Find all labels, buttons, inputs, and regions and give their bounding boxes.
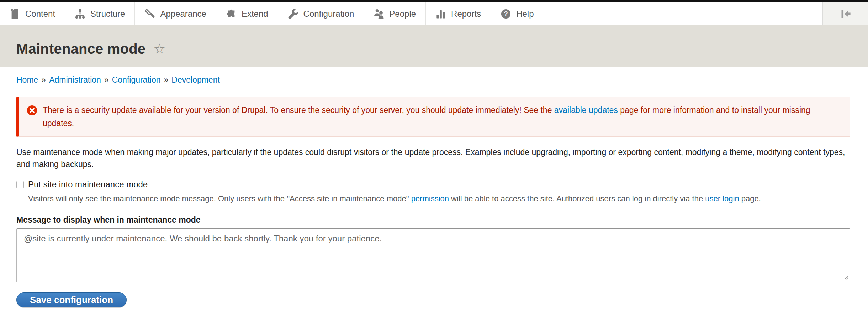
breadcrumb-separator: »: [164, 75, 169, 84]
toolbar-item-reports[interactable]: Reports: [426, 2, 491, 25]
save-configuration-button[interactable]: Save configuration: [16, 292, 127, 307]
error-text-before-link: There is a security update available for…: [43, 105, 554, 115]
breadcrumb-link-administration[interactable]: Administration: [49, 75, 101, 84]
toolbar-item-label: Reports: [451, 9, 481, 19]
admin-toolbar-tray: Content Structure Appearance Extend: [0, 2, 868, 25]
maintenance-mode-checkbox[interactable]: [16, 181, 24, 188]
toolbar-item-structure[interactable]: Structure: [65, 2, 135, 25]
collapse-left-icon: [840, 8, 852, 20]
toolbar-item-configuration[interactable]: Configuration: [278, 2, 364, 25]
breadcrumb-link-configuration[interactable]: Configuration: [112, 75, 161, 84]
help-icon: ?: [501, 9, 511, 19]
description-text: Visitors will only see the maintenance m…: [28, 194, 411, 203]
maintenance-mode-intro: Use maintenance mode when making major u…: [16, 146, 850, 170]
page-title: Maintenance mode: [16, 41, 145, 57]
breadcrumb-separator: »: [104, 75, 109, 84]
bar-chart-icon: [435, 9, 446, 19]
star-icon[interactable]: ☆: [153, 42, 165, 56]
toolbar-item-label: Configuration: [303, 9, 354, 19]
breadcrumb: Home»Administration»Configuration»Develo…: [16, 75, 850, 85]
breadcrumb-link-development[interactable]: Development: [171, 75, 220, 84]
maintenance-message-textarea[interactable]: @site is currently under maintenance. We…: [16, 228, 850, 282]
toolbar-spacer: [544, 2, 823, 25]
toolbar-item-help[interactable]: ? Help: [491, 2, 544, 25]
wrench-icon: [288, 9, 298, 19]
puzzle-icon: [226, 9, 237, 19]
maintenance-message-field: @site is currently under maintenance. We…: [16, 228, 850, 282]
textarea-resize-handle[interactable]: [842, 274, 848, 280]
maintenance-mode-description: Visitors will only see the maintenance m…: [28, 194, 850, 204]
breadcrumb-link-home[interactable]: Home: [16, 75, 38, 84]
toolbar-item-content[interactable]: Content: [0, 2, 65, 25]
main-content: Home»Administration»Configuration»Develo…: [0, 75, 868, 307]
available-updates-link[interactable]: available updates: [554, 105, 618, 115]
maintenance-mode-checkbox-label[interactable]: Put site into maintenance mode: [28, 180, 148, 189]
toolbar-item-people[interactable]: People: [364, 2, 426, 25]
error-circle-x-icon: [27, 105, 37, 130]
toolbar-orientation-toggle[interactable]: [822, 2, 868, 25]
toolbar-item-extend[interactable]: Extend: [216, 2, 278, 25]
people-icon: [374, 9, 384, 19]
toolbar-item-appearance[interactable]: Appearance: [135, 2, 216, 25]
description-text: page.: [739, 194, 761, 203]
admin-toolbar-bar: [0, 0, 868, 2]
error-message: There is a security update available for…: [16, 97, 850, 137]
maintenance-message-label: Message to display when in maintenance m…: [16, 215, 850, 225]
permission-link[interactable]: permission: [411, 194, 449, 203]
error-message-text: There is a security update available for…: [43, 104, 840, 130]
user-login-link[interactable]: user login: [705, 194, 739, 203]
toolbar-item-label: Extend: [242, 9, 268, 19]
description-text: will be able to access the site. Authori…: [449, 194, 705, 203]
toolbar-item-label: People: [389, 9, 416, 19]
paintbrush-icon: [144, 9, 155, 19]
toolbar-item-label: Appearance: [160, 9, 206, 19]
breadcrumb-separator: »: [41, 75, 46, 84]
toolbar-item-label: Structure: [90, 9, 125, 19]
page-header: Maintenance mode ☆: [0, 25, 868, 67]
svg-text:?: ?: [504, 10, 508, 17]
toolbar-item-label: Help: [516, 9, 534, 19]
toolbar-item-label: Content: [25, 9, 55, 19]
sitemap-icon: [75, 9, 85, 19]
maintenance-mode-checkbox-row: Put site into maintenance mode: [16, 180, 850, 189]
file-icon: [10, 9, 20, 19]
